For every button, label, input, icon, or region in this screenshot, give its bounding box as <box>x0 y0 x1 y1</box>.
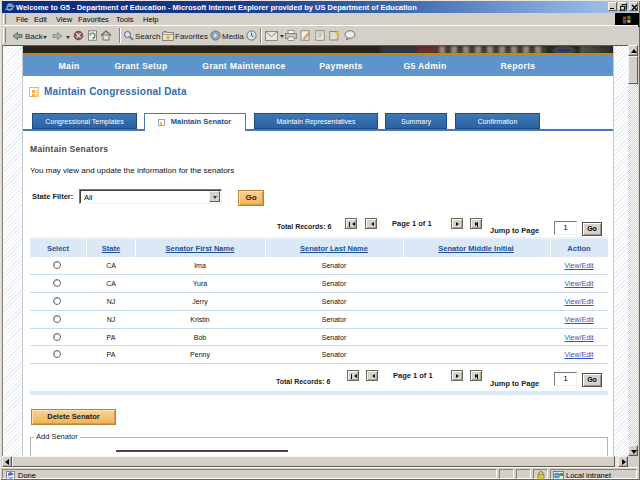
next-page-button[interactable] <box>451 218 463 229</box>
minimize-button[interactable] <box>608 2 617 11</box>
jump-to-page-label: Jump to Page <box>490 226 539 235</box>
menu-edit[interactable]: Edit <box>34 15 47 24</box>
back-icon[interactable] <box>12 31 23 41</box>
toolbar-grip[interactable] <box>3 28 6 43</box>
tab-maintain-senator[interactable]: Maintain Senator <box>144 113 246 131</box>
select-radio[interactable] <box>53 279 61 287</box>
horizontal-scrollbar[interactable] <box>2 456 628 467</box>
print-icon[interactable] <box>285 30 297 41</box>
prev-page-button[interactable] <box>366 370 378 381</box>
last-page-button[interactable] <box>470 370 482 381</box>
favorites-icon[interactable] <box>162 31 174 41</box>
nav-grant-setup[interactable]: Grant Setup <box>114 61 167 71</box>
tab-confirmation[interactable]: Confirmation <box>455 113 540 129</box>
state-filter-select[interactable]: All <box>79 189 222 204</box>
section-title: Maintain Senators <box>30 144 108 154</box>
cell-last-name: Senator <box>322 334 347 341</box>
scroll-right-button[interactable] <box>618 456 628 467</box>
menu-tools[interactable]: Tools <box>116 15 134 24</box>
table-row: PABobSenatorView/Edit <box>30 329 608 346</box>
menu-file[interactable]: File <box>16 15 28 24</box>
home-icon[interactable] <box>100 30 112 41</box>
vertical-scrollbar[interactable] <box>628 45 638 456</box>
jump-go-button[interactable]: Go <box>582 373 602 387</box>
back-dropdown-icon[interactable] <box>43 36 47 39</box>
search-label[interactable]: Search <box>135 32 160 41</box>
view-edit-link[interactable]: View/Edit <box>564 298 593 305</box>
scroll-down-button[interactable] <box>628 445 638 456</box>
select-dropdown-button[interactable] <box>209 191 220 202</box>
restore-button[interactable] <box>618 2 627 11</box>
next-page-button[interactable] <box>451 370 463 381</box>
back-label[interactable]: Back <box>25 32 43 41</box>
cell-first-name: Penny <box>190 351 210 358</box>
select-radio[interactable] <box>53 350 61 358</box>
nav-reports[interactable]: Reports <box>501 61 536 71</box>
toolbar-separator <box>119 28 121 43</box>
view-edit-link[interactable]: View/Edit <box>564 280 593 287</box>
vertical-scroll-thumb[interactable] <box>628 56 638 84</box>
scroll-left-button[interactable] <box>2 456 12 467</box>
last-page-button[interactable] <box>470 218 482 229</box>
tab-congressional-templates[interactable]: Congressional Templates <box>32 113 137 129</box>
col-header-last-name[interactable]: Senator Last Name <box>300 244 368 253</box>
history-icon[interactable] <box>246 30 257 41</box>
menu-view[interactable]: View <box>56 15 72 24</box>
view-edit-link[interactable]: View/Edit <box>564 262 593 269</box>
view-edit-link[interactable]: View/Edit <box>564 334 593 341</box>
banner-blob <box>439 46 547 53</box>
discuss-icon[interactable] <box>344 30 356 41</box>
jump-go-button[interactable]: Go <box>582 222 602 236</box>
search-icon[interactable] <box>123 30 134 41</box>
first-page-button[interactable] <box>345 218 357 229</box>
nav-payments[interactable]: Payments <box>319 61 362 71</box>
media-icon[interactable] <box>210 30 221 41</box>
delete-senator-button[interactable]: Delete Senator <box>31 409 116 425</box>
prev-page-button[interactable] <box>365 218 377 229</box>
tab-maintain-representatives[interactable]: Maintain Representatives <box>254 113 378 129</box>
cell-first-name: Jerry <box>192 298 208 305</box>
forward-icon[interactable] <box>52 31 63 41</box>
tab-summary[interactable]: Summary <box>385 113 447 129</box>
select-radio[interactable] <box>53 315 61 323</box>
horizontal-scroll-thumb[interactable] <box>12 456 615 467</box>
menu-help[interactable]: Help <box>143 15 158 24</box>
col-header-middle-initial[interactable]: Senator Middle Initial <box>438 244 513 253</box>
mail-dropdown-icon[interactable] <box>280 35 284 38</box>
nav-g5-admin[interactable]: G5 Admin <box>403 61 446 71</box>
view-edit-link[interactable]: View/Edit <box>564 351 593 358</box>
arrow-glyph <box>371 222 374 226</box>
document-icon[interactable] <box>315 30 325 41</box>
close-button[interactable] <box>629 2 638 11</box>
jump-page-input[interactable]: 1 <box>554 221 577 235</box>
first-page-button[interactable] <box>347 370 359 381</box>
scroll-up-button[interactable] <box>628 45 638 56</box>
edit-icon[interactable] <box>300 30 311 41</box>
browser-window: Welcome to G5 - Department of Education … <box>0 0 640 480</box>
filter-go-button[interactable]: Go <box>238 190 264 206</box>
view-edit-link[interactable]: View/Edit <box>564 316 593 323</box>
favorites-label[interactable]: Favorites <box>175 32 208 41</box>
refresh-icon[interactable] <box>87 30 98 41</box>
nav-grant-maintenance[interactable]: Grant Maintenance <box>202 61 285 71</box>
select-radio[interactable] <box>53 297 61 305</box>
select-radio[interactable] <box>53 333 61 341</box>
menu-grip[interactable] <box>3 14 6 24</box>
nav-main[interactable]: Main <box>59 61 80 71</box>
col-header-state[interactable]: State <box>102 244 120 253</box>
menu-favorites[interactable]: Favorites <box>78 15 109 24</box>
status-pane <box>499 469 514 479</box>
media-label[interactable]: Media <box>222 32 244 41</box>
jump-page-input[interactable]: 1 <box>554 372 577 386</box>
page-count-label: Page 1 of 1 <box>393 371 433 380</box>
mail-icon[interactable] <box>265 31 278 41</box>
local-intranet-icon <box>553 471 564 480</box>
col-header-first-name[interactable]: Senator First Name <box>166 244 235 253</box>
messenger-icon[interactable] <box>329 30 340 41</box>
forward-dropdown-icon[interactable] <box>66 36 70 39</box>
icon-quadrant <box>36 90 39 93</box>
jump-to-page-label: Jump to Page <box>490 379 539 388</box>
select-radio[interactable] <box>53 261 61 269</box>
column-separator <box>403 239 404 259</box>
stop-icon[interactable] <box>73 30 84 41</box>
